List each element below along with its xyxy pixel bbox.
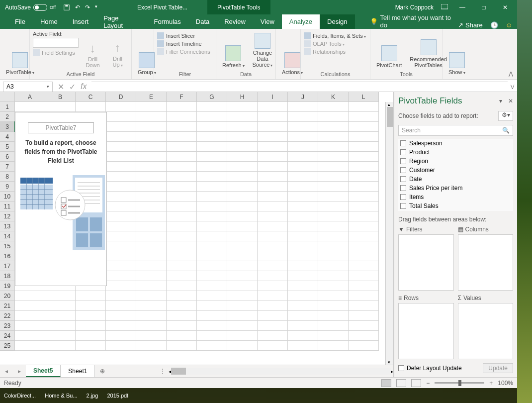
cell[interactable]: [288, 142, 318, 152]
row-header[interactable]: 12: [0, 211, 15, 221]
field-item[interactable]: Product: [398, 148, 513, 157]
cell[interactable]: [197, 281, 227, 291]
column-header[interactable]: F: [167, 92, 197, 102]
pivotchart-button[interactable]: PivotChart: [373, 31, 405, 70]
redo-icon[interactable]: ↷: [85, 4, 90, 11]
show-button[interactable]: Show: [445, 31, 468, 77]
cell[interactable]: [76, 321, 106, 331]
cell[interactable]: [197, 241, 227, 251]
cell[interactable]: [318, 162, 349, 172]
cell[interactable]: [258, 311, 288, 321]
cell[interactable]: [258, 112, 288, 122]
cell[interactable]: [227, 122, 258, 132]
cell[interactable]: [288, 291, 318, 301]
undo-icon[interactable]: ↶: [75, 4, 80, 11]
cell[interactable]: [136, 122, 167, 132]
cell[interactable]: [167, 221, 197, 231]
cell[interactable]: [227, 261, 258, 271]
cell[interactable]: [136, 142, 167, 152]
tab-data[interactable]: Data: [188, 14, 217, 29]
field-checkbox[interactable]: [400, 140, 406, 146]
zoom-slider[interactable]: [435, 382, 484, 384]
cell[interactable]: [258, 172, 288, 182]
cell[interactable]: [227, 172, 258, 182]
field-checkbox[interactable]: [400, 158, 406, 164]
cell[interactable]: [106, 122, 136, 132]
row-header[interactable]: 18: [0, 271, 15, 281]
cell[interactable]: [197, 142, 227, 152]
row-header[interactable]: 22: [0, 311, 15, 321]
cell[interactable]: [318, 192, 349, 202]
cell[interactable]: [349, 261, 379, 271]
cell[interactable]: [76, 311, 106, 321]
taskbar-item[interactable]: 2015.pdf: [107, 393, 128, 399]
cell[interactable]: [318, 221, 349, 231]
cell[interactable]: [15, 291, 45, 301]
tell-me-search[interactable]: 💡 Tell me what you want to do: [370, 14, 458, 29]
cell[interactable]: [227, 112, 258, 122]
row-header[interactable]: 7: [0, 162, 15, 172]
cell[interactable]: [197, 271, 227, 281]
cell[interactable]: [318, 291, 349, 301]
cell[interactable]: [318, 102, 349, 112]
cell[interactable]: [197, 192, 227, 202]
cell[interactable]: [197, 102, 227, 112]
cell[interactable]: [136, 281, 167, 291]
qat-more-icon[interactable]: ▾: [95, 4, 97, 11]
cell[interactable]: [136, 152, 167, 162]
column-header[interactable]: C: [76, 92, 106, 102]
cell[interactable]: [227, 102, 258, 112]
cell[interactable]: [167, 172, 197, 182]
view-normal-icon[interactable]: [381, 379, 391, 387]
column-header[interactable]: I: [258, 92, 288, 102]
cell[interactable]: [76, 291, 106, 301]
cell[interactable]: [136, 341, 167, 351]
cell[interactable]: [167, 331, 197, 341]
cell[interactable]: [106, 291, 136, 301]
row-header[interactable]: 20: [0, 291, 15, 301]
cell[interactable]: [288, 221, 318, 231]
cell[interactable]: [349, 142, 379, 152]
cell[interactable]: [318, 182, 349, 192]
cell[interactable]: [106, 142, 136, 152]
fields-items-sets-button[interactable]: Fields, Items, & Sets: [304, 32, 366, 40]
cell[interactable]: [258, 251, 288, 261]
cell[interactable]: [106, 112, 136, 122]
cell[interactable]: [197, 152, 227, 162]
cell[interactable]: [318, 202, 349, 211]
taskbar-item[interactable]: Home & Bu...: [45, 393, 77, 399]
row-header[interactable]: 4: [0, 132, 15, 142]
cell[interactable]: [258, 321, 288, 331]
cell[interactable]: [318, 341, 349, 351]
cell[interactable]: [288, 211, 318, 221]
cell[interactable]: [258, 122, 288, 132]
tab-view[interactable]: View: [253, 14, 282, 29]
cell[interactable]: [197, 112, 227, 122]
cell[interactable]: [106, 202, 136, 211]
minimize-button[interactable]: —: [455, 2, 469, 12]
cell[interactable]: [136, 331, 167, 341]
tab-insert[interactable]: Insert: [65, 14, 96, 29]
row-header[interactable]: 5: [0, 142, 15, 152]
change-data-source-button[interactable]: Change Data Source: [250, 31, 276, 70]
field-item[interactable]: Region: [398, 157, 513, 166]
cell[interactable]: [258, 261, 288, 271]
horizontal-scrollbar[interactable]: [171, 368, 391, 375]
cell[interactable]: [288, 311, 318, 321]
cell[interactable]: [167, 281, 197, 291]
tab-design[interactable]: Design: [320, 14, 355, 29]
cell[interactable]: [106, 162, 136, 172]
view-page-layout-icon[interactable]: [396, 379, 406, 387]
cell[interactable]: [349, 241, 379, 251]
sheet-nav-prev[interactable]: ◂: [0, 368, 13, 375]
cell[interactable]: [288, 271, 318, 281]
cell[interactable]: [76, 341, 106, 351]
cell[interactable]: [318, 271, 349, 281]
active-field-input[interactable]: [33, 38, 79, 48]
cell[interactable]: [227, 142, 258, 152]
maximize-button[interactable]: □: [477, 2, 491, 12]
cell[interactable]: [349, 251, 379, 261]
field-checkbox[interactable]: [400, 167, 406, 173]
taskbar-item[interactable]: ColorDirect...: [4, 393, 36, 399]
cell[interactable]: [167, 142, 197, 152]
